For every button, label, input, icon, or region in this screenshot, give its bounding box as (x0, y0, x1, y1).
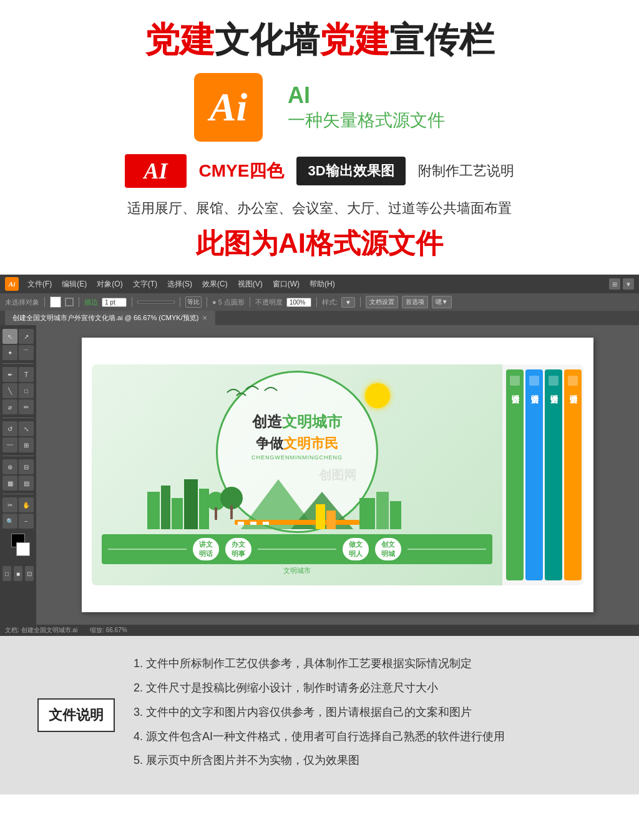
cw-line-left (108, 549, 187, 550)
background-color[interactable] (16, 542, 30, 556)
cw-wenming-citizen: 文明市民 (283, 436, 338, 451)
color-boxes (2, 534, 34, 562)
ai-window: Ai 文件(F) 编辑(E) 对象(O) 文字(T) 选择(S) 效果(C) 视… (0, 275, 639, 636)
toolbar-style-btn[interactable]: ▼ (341, 297, 355, 308)
tool-shape[interactable]: □ (19, 383, 34, 398)
cw-right-panels: 讲文明话 讲文明话 讲文明话 (502, 364, 583, 585)
cw-wenming-city: 文明城市 (282, 413, 342, 430)
ai-app-icon-text: Ai (9, 280, 15, 288)
ai-statusbar: 文档: 创建全国文明城市.ai 缩放: 66.67% (0, 625, 639, 636)
cw-subtitle: 争做文明市民 (102, 434, 492, 453)
stroke-color-box[interactable] (65, 298, 74, 306)
svg-rect-4 (199, 489, 209, 529)
cw-bottom-item-1: 讲文明话 (193, 538, 219, 560)
tool-rotate[interactable]: ↺ (2, 421, 17, 436)
title-dangjiang-2: 党建 (320, 20, 389, 59)
desc-item-3: 3. 文件中的文字和图片内容仅供参考，图片请根据自己的文案和图片 (134, 703, 505, 721)
ai-tab-active[interactable]: 创建全国文明城市户外宣传文化墙.ai @ 66.67% (CMYK/预览) ✕ (5, 311, 215, 325)
tool-pencil[interactable]: ✏ (19, 399, 34, 414)
tool-hand[interactable]: ✋ (19, 497, 34, 512)
tool-symbol[interactable]: ⊛ (2, 459, 17, 474)
ai-canvas-area: 创图网 (36, 325, 639, 625)
tool-chart[interactable]: ▤ (19, 476, 34, 491)
fill-color-box[interactable] (50, 296, 61, 308)
title-dangjiang-1: 党建 (145, 20, 215, 59)
menu-help[interactable]: 帮助(H) (306, 278, 339, 291)
svg-rect-2 (172, 498, 183, 529)
menu-view[interactable]: 视图(V) (234, 278, 266, 291)
view-normal[interactable]: □ (2, 566, 11, 581)
cw-bottom-center-text: 文明城市 (102, 566, 492, 575)
tool-pen[interactable]: ✒ (2, 367, 17, 382)
tool-direct-select[interactable]: ↗ (19, 329, 34, 344)
toolbar-stroke-input[interactable]: 1 pt (102, 298, 127, 307)
tool-paint-brush[interactable]: ⌀ (2, 399, 17, 414)
ai-canvas: 创图网 (82, 338, 593, 612)
desc-item-4: 4. 源文件包含AI一种文件格式，使用者可自行选择自己熟悉的软件进行使用 (134, 728, 505, 746)
cw-bottom-bar: 讲文明话 办文明事 做文明人 创文明城 (102, 534, 492, 564)
toolbar-color-group (50, 296, 74, 308)
toolbar-sep-3 (132, 297, 132, 307)
tool-row-8: ⊛ ⊟ (2, 459, 34, 474)
toolbar-zoom-select[interactable]: 等比 (185, 296, 202, 308)
tool-scale[interactable]: ⤡ (19, 421, 34, 436)
menu-object[interactable]: 对象(O) (93, 278, 126, 291)
svg-rect-8 (230, 505, 233, 519)
tool-row-9: ▦ ▤ (2, 476, 34, 491)
tool-magic-wand[interactable]: ✦ (2, 345, 17, 360)
cw-争做: 争做 (256, 436, 283, 451)
tool-graph[interactable]: ▦ (2, 476, 17, 491)
menu-file[interactable]: 文件(F) (24, 278, 56, 291)
ai-menu-items[interactable]: 文件(F) 编辑(E) 对象(O) 文字(T) 选择(S) 效果(C) 视图(V… (24, 278, 339, 291)
toolbar-sep-1 (44, 297, 45, 307)
menu-effect[interactable]: 效果(C) (198, 278, 232, 291)
toolbar-point-label: ● 5 点圆形 (212, 298, 245, 307)
tool-zoom[interactable]: 🔍 (2, 514, 17, 529)
tool-line[interactable]: ╲ (2, 383, 17, 398)
toolbar-sep-6 (250, 297, 250, 307)
toolbar-opacity-input[interactable]: 100% (286, 298, 311, 307)
win-btn-menu[interactable]: ▼ (623, 278, 634, 290)
tool-lasso[interactable]: ⌒ (19, 345, 34, 360)
view-full[interactable]: ■ (14, 566, 22, 581)
ai-window-controls[interactable]: ⊞ ▼ (609, 278, 634, 290)
cw-line-right (407, 549, 486, 550)
menu-window[interactable]: 窗口(W) (269, 278, 303, 291)
tool-row-5: ⌀ ✏ (2, 399, 34, 414)
ai-tab-close[interactable]: ✕ (202, 315, 207, 321)
menu-text[interactable]: 文字(T) (129, 278, 161, 291)
tool-slice[interactable]: ✂ (2, 497, 17, 512)
ai-left-toolbar: ↖ ↗ ✦ ⌒ ✒ T ╲ □ ⌀ ✏ ↺ ⤡ (0, 325, 36, 625)
svg-rect-13 (250, 522, 256, 525)
tool-row-6: ↺ ⤡ (2, 421, 34, 436)
svg-rect-12 (238, 522, 244, 525)
ai-description: AI 一种矢量格式源文件 (288, 82, 445, 132)
tool-column[interactable]: ⊟ (19, 459, 34, 474)
tool-text[interactable]: T (19, 367, 34, 382)
tool-sep-4 (2, 494, 34, 494)
tool-warp[interactable]: 〰 (2, 437, 17, 452)
format-note: 附制作工艺说明 (418, 162, 514, 180)
menu-edit[interactable]: 编辑(E) (58, 278, 90, 291)
cw-buildings-svg (102, 467, 492, 529)
toolbar-first-page[interactable]: 首选项 (402, 296, 428, 308)
toolbar-extra[interactable]: 嗯▼ (432, 296, 452, 308)
menu-select[interactable]: 选择(S) (163, 278, 196, 291)
tool-free-transform[interactable]: ⊞ (19, 437, 34, 452)
tool-row-7: 〰 ⊞ (2, 437, 34, 452)
format-3d: 3D输出效果图 (296, 157, 405, 185)
tool-select[interactable]: ↖ (2, 329, 17, 344)
svg-rect-21 (529, 376, 539, 386)
birds-svg (215, 377, 339, 408)
status-zoom: 缩放: 66.67% (90, 626, 127, 635)
toolbar-sep-8 (360, 297, 361, 307)
svg-rect-3 (184, 479, 198, 529)
tool-zoom-out[interactable]: − (19, 514, 34, 529)
tool-row-2: ✦ ⌒ (2, 345, 34, 360)
toolbar-doc-settings[interactable]: 文档设置 (366, 296, 398, 308)
tool-sep-1 (2, 363, 34, 364)
toolbar-status: 未选择对象 (5, 298, 39, 307)
win-btn-docs[interactable]: ⊞ (609, 278, 620, 290)
toolbar-opacity-label: 不透明度 (255, 298, 283, 307)
view-other[interactable]: ⊡ (25, 566, 34, 581)
